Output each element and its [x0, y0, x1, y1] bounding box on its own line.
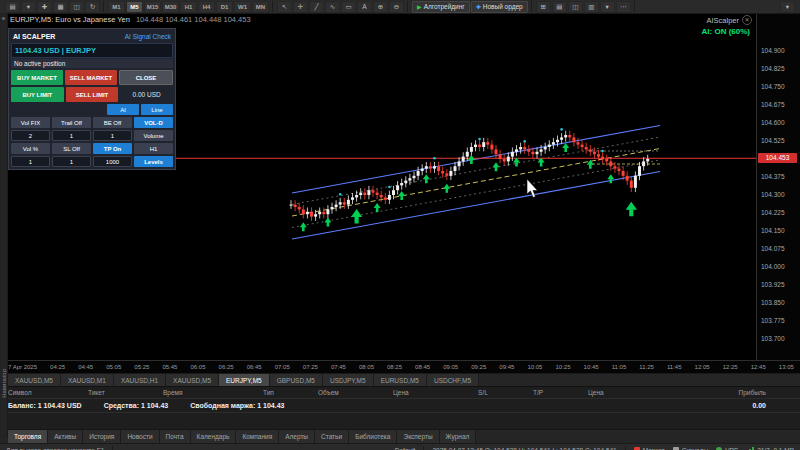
trade-column-header[interactable]: Тикет: [88, 389, 163, 396]
toolbar-icon[interactable]: ∿: [325, 1, 340, 13]
chart-area[interactable]: EURJPY,M5: Euro vs Japanese Yen104.448 1…: [0, 14, 800, 360]
panel-grid-cell[interactable]: Trail Off: [52, 117, 91, 128]
toolbox-tab[interactable]: Алерты: [279, 430, 315, 443]
trade-column-header[interactable]: S/L: [478, 389, 533, 396]
toolbar-icon[interactable]: ▤: [5, 1, 20, 13]
toolbar-icon[interactable]: ◫: [69, 1, 84, 13]
profile-selector[interactable]: Default: [395, 447, 416, 450]
trade-column-header[interactable]: Тип: [263, 389, 318, 396]
chart-tab[interactable]: XAUUSD,M5: [8, 374, 61, 386]
toolbar-icon[interactable]: ▥: [584, 1, 599, 13]
toolbox-tab[interactable]: Журнал: [440, 430, 477, 443]
toolbox-tab[interactable]: История: [83, 430, 121, 443]
vps-link[interactable]: VPS: [716, 447, 738, 450]
panel-grid-cell[interactable]: Vol FIX: [11, 117, 50, 128]
timeframe-button[interactable]: MN: [252, 1, 269, 13]
trade-column-header[interactable]: Символ: [8, 389, 88, 396]
trade-column-header[interactable]: Объем: [318, 389, 393, 396]
toolbox-tab[interactable]: Торговля: [8, 430, 48, 443]
panel-grid-cell[interactable]: BE Off: [93, 117, 132, 128]
panel-grid-cell[interactable]: Vol %: [11, 143, 50, 154]
toolbox-tab[interactable]: Компания: [236, 430, 279, 443]
panel-grid-cell[interactable]: VOL-D: [134, 117, 173, 128]
line-mode-button[interactable]: Line: [141, 104, 173, 115]
ai-signal-check-button[interactable]: AI Signal Check: [125, 33, 171, 40]
price-axis-label: 104.900: [761, 47, 785, 54]
connection-status[interactable]: 21/7, 0.1 MB: [746, 447, 794, 450]
timeframe-button[interactable]: M30: [162, 1, 179, 13]
ai-mode-button[interactable]: AI: [107, 104, 139, 115]
toolbar-icon[interactable]: ▭: [341, 1, 356, 13]
toolbox-tab[interactable]: Эксперты: [397, 430, 439, 443]
toolbar-icon[interactable]: ↻: [85, 1, 100, 13]
timeframe-button[interactable]: M1: [108, 1, 125, 13]
chart-tab[interactable]: USDJPY,M5: [323, 374, 374, 386]
signals-link[interactable]: Сигналы: [673, 447, 708, 450]
trade-column-header[interactable]: Цена: [588, 389, 698, 396]
toolbox-tab-bar: ТорговляАктивыИсторияНовостиПочтаКаленда…: [0, 429, 800, 443]
trade-column-header[interactable]: Время: [163, 389, 263, 396]
panel-grid-cell[interactable]: 2: [11, 130, 50, 141]
buy-market-button[interactable]: BUY MARKET: [11, 70, 63, 85]
new-order-button[interactable]: ✚ Новый ордер: [471, 1, 528, 13]
toolbar-icon[interactable]: ╱: [309, 1, 324, 13]
panel-grid-cell[interactable]: TP On: [93, 143, 132, 154]
trade-column-header[interactable]: Прибыль: [739, 389, 793, 396]
timeframe-button[interactable]: H1: [180, 1, 197, 13]
toolbox-tab[interactable]: Почта: [160, 430, 191, 443]
toolbar-icon[interactable]: A: [357, 1, 372, 13]
toolbar-icon[interactable]: ↖: [277, 1, 292, 13]
toolbar-icon[interactable]: ▾: [600, 1, 615, 13]
panel-grid-cell[interactable]: H1: [134, 143, 173, 154]
chart-tab[interactable]: XAUUSD,H1: [114, 374, 166, 386]
chart-tab[interactable]: XAUUSD,M5: [166, 374, 219, 386]
toolbox-tab[interactable]: Активы: [48, 430, 83, 443]
trade-column-header[interactable]: Цена: [393, 389, 478, 396]
toolbar-icon[interactable]: ⋯: [616, 1, 631, 13]
chart-tab[interactable]: XAUUSD,M1: [61, 374, 114, 386]
chart-tab[interactable]: USDCHF,M5: [427, 374, 479, 386]
timeframe-button[interactable]: W1: [234, 1, 251, 13]
position-status: No active position: [11, 59, 173, 68]
toolbar-icon[interactable]: ▾: [21, 1, 36, 13]
panel-grid-cell[interactable]: 1000: [93, 156, 132, 167]
toolbar-icon[interactable]: ✛: [293, 1, 308, 13]
toolbox-tab[interactable]: Календарь: [191, 430, 237, 443]
panel-grid-cell[interactable]: 1: [52, 130, 91, 141]
timeframe-button[interactable]: D1: [216, 1, 233, 13]
panel-grid-cell[interactable]: 1: [52, 156, 91, 167]
panel-grid-cell[interactable]: Volume: [134, 130, 173, 141]
toolbar-icon[interactable]: ✚: [37, 1, 52, 13]
sell-limit-button[interactable]: SELL LIMIT: [66, 87, 119, 102]
panel-grid-cell[interactable]: SL Off: [52, 143, 91, 154]
chart-tab[interactable]: GBPUSD,M5: [270, 374, 323, 386]
time-axis[interactable]: 7 Apr 202504:2504:4505:0505:2505:4506:05…: [0, 360, 800, 373]
toolbar-icon[interactable]: ◫: [568, 1, 583, 13]
left-dock-strip[interactable]: ◈ Навигатор: [0, 13, 8, 438]
toolbar-icon[interactable]: ▤: [552, 1, 567, 13]
chevron-down-icon[interactable]: ▾: [780, 1, 795, 13]
timeframe-button[interactable]: M5: [126, 1, 143, 13]
toolbox-tab[interactable]: Новости: [121, 430, 159, 443]
panel-grid-cell[interactable]: 1: [93, 130, 132, 141]
sell-market-button[interactable]: SELL MARKET: [65, 70, 117, 85]
chart-tab[interactable]: EURUSD,M5: [374, 374, 427, 386]
timeframe-button[interactable]: M15: [144, 1, 161, 13]
panel-grid-cell[interactable]: Levels: [134, 156, 173, 167]
toolbar-icon[interactable]: ▦: [53, 1, 68, 13]
panel-grid-cell[interactable]: 1: [11, 156, 50, 167]
trade-column-header[interactable]: T/P: [533, 389, 588, 396]
toolbar-icon[interactable]: ⊖: [389, 1, 404, 13]
market-link[interactable]: Маркет: [634, 447, 665, 450]
toolbar-icon[interactable]: ⊕: [373, 1, 388, 13]
price-axis[interactable]: 104.900104.825104.750104.675104.600104.5…: [756, 14, 800, 360]
close-button[interactable]: CLOSE: [119, 70, 173, 85]
expert-remove-icon[interactable]: ✕: [742, 15, 752, 25]
buy-limit-button[interactable]: BUY LIMIT: [11, 87, 64, 102]
toolbox-tab[interactable]: Библиотека: [349, 430, 397, 443]
chart-tab[interactable]: EURJPY,M5: [219, 374, 270, 386]
toolbox-tab[interactable]: Статьи: [315, 430, 349, 443]
algo-trading-button[interactable]: ▶ Алготрейдинг: [412, 1, 470, 13]
timeframe-button[interactable]: H4: [198, 1, 215, 13]
toolbar-icon[interactable]: ⊞: [536, 1, 551, 13]
